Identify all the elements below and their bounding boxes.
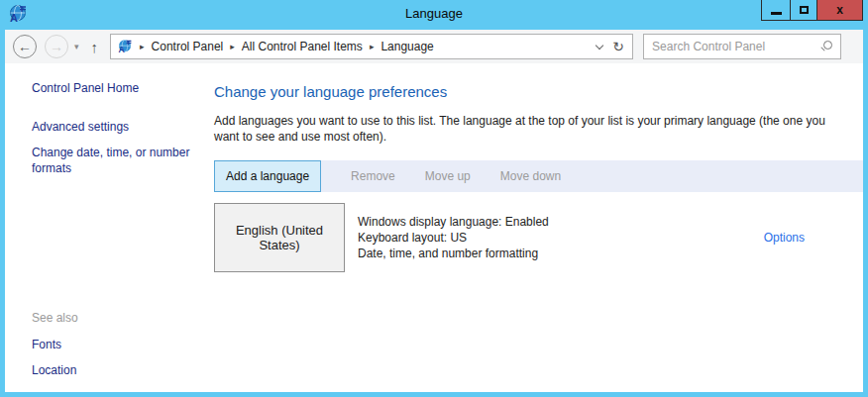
search-icon[interactable] [820,41,832,52]
language-tile-english-us[interactable]: English (United States) [214,203,345,272]
content-area: Control Panel Home Advanced settings Cha… [5,63,863,392]
breadcrumb-control-panel[interactable]: Control Panel [152,40,224,53]
close-icon: x [836,3,843,17]
see-also-header: See also [32,311,205,325]
address-bar[interactable]: A ▸ Control Panel ▸ All Control Panel It… [110,34,633,59]
breadcrumb-arrow-icon: ▸ [370,42,375,51]
window-title: Language [0,6,868,21]
title-bar: A Language x [0,0,868,30]
forward-icon: → [50,39,63,54]
back-button[interactable]: ← [13,35,37,58]
maximize-button[interactable] [791,0,817,21]
caption-buttons: x [761,0,863,21]
address-language-icon: A [117,39,133,54]
detail-date-time-format: Date, time, and number formatting [358,246,764,261]
breadcrumb-language[interactable]: Language [380,40,433,53]
detail-display-language: Windows display language: Enabled [358,214,764,230]
breadcrumb-arrow-icon: ▸ [230,42,235,51]
language-window: A Language x ← → ▾ ↑ [0,0,868,397]
breadcrumb-arrow-icon: ▸ [140,42,145,51]
minimize-icon [771,12,782,15]
language-details: Windows display language: Enabled Keyboa… [358,203,764,272]
move-down-button-disabled[interactable]: Move down [500,169,561,183]
add-language-button[interactable]: Add a language [214,160,321,192]
recent-pages-dropdown[interactable]: ▾ [74,42,79,51]
search-input[interactable] [652,40,820,53]
detail-keyboard-layout: Keyboard layout: US [358,230,764,246]
page-title: Change your language preferences [214,83,863,100]
language-list-item: English (United States) Windows display … [214,203,863,272]
page-description: Add languages you want to use to this li… [214,114,858,145]
up-button[interactable]: ↑ [91,39,99,55]
move-up-button-disabled[interactable]: Move up [425,169,471,183]
navigation-bar: ← → ▾ ↑ A ▸ Control Panel ▸ All Control … [5,30,863,63]
breadcrumb-all-items[interactable]: All Control Panel Items [242,40,363,53]
up-arrow-icon: ↑ [91,39,99,55]
maximize-icon [800,6,809,14]
refresh-button[interactable]: ↻ [612,39,624,54]
chevron-down-icon: ▾ [74,42,79,51]
forward-button[interactable]: → [45,35,68,58]
main-panel: Change your language preferences Add lan… [214,63,863,392]
sidebar-item-advanced-settings[interactable]: Advanced settings [32,119,205,135]
minimize-button[interactable] [761,0,791,21]
back-icon: ← [18,39,32,54]
svg-text:A: A [119,45,126,54]
remove-button-disabled[interactable]: Remove [351,169,395,183]
sidebar: Control Panel Home Advanced settings Cha… [5,63,214,392]
address-bar-controls: ↻ [597,39,626,54]
language-toolbar: Add a language Remove Move up Move down [214,160,863,192]
options-link[interactable]: Options [764,231,805,245]
see-also-section: See also Fonts Location [32,311,205,388]
sidebar-item-control-panel-home[interactable]: Control Panel Home [32,81,214,95]
search-box [643,34,841,59]
address-dropdown-chevron-icon[interactable] [596,41,603,49]
sidebar-item-fonts[interactable]: Fonts [32,337,205,352]
sidebar-item-change-date-time[interactable]: Change date, time, or number formats [32,145,205,176]
sidebar-item-location[interactable]: Location [32,362,205,378]
refresh-icon: ↻ [612,39,624,54]
close-button[interactable]: x [817,0,863,21]
